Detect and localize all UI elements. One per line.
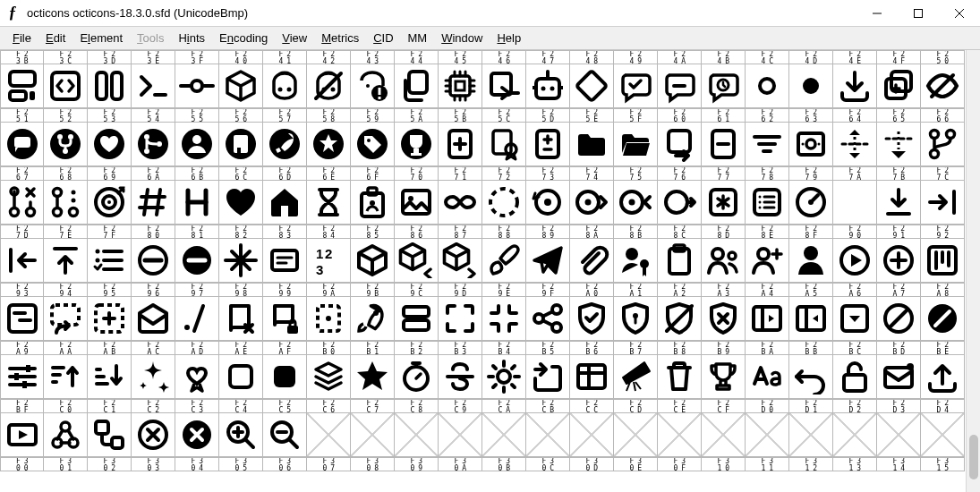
glyph-cell-person-add[interactable] xyxy=(746,239,789,283)
glyph-cell-goal[interactable] xyxy=(88,181,132,225)
menu-file[interactable]: File xyxy=(5,30,38,47)
glyph-cell-passkey-fill[interactable] xyxy=(614,239,658,283)
glyph-cell-rel-file-path[interactable] xyxy=(175,297,219,341)
glyph-cell-empty[interactable] xyxy=(395,413,439,457)
glyph-cell-single-select[interactable] xyxy=(833,297,877,341)
glyph-cell-x-circle[interactable] xyxy=(132,413,175,457)
glyph-cell-no-entry-fill[interactable] xyxy=(175,239,219,283)
glyph-cell-move-to-start[interactable] xyxy=(0,239,44,283)
glyph-cell-discussion-closed[interactable] xyxy=(614,64,658,108)
glyph-cell-code-square[interactable] xyxy=(44,64,88,108)
glyph-cell-trash[interactable] xyxy=(658,355,702,399)
glyph-cell-rocket[interactable] xyxy=(351,297,395,341)
glyph-cell-multi-select[interactable] xyxy=(88,239,132,283)
glyph-cell-command-palette[interactable] xyxy=(132,64,175,108)
glyph-cell-zoom-in[interactable] xyxy=(219,413,263,457)
glyph-cell-issue-reopened[interactable] xyxy=(526,181,570,225)
glyph-cell-codespaces[interactable] xyxy=(0,64,44,108)
glyph-cell-meter[interactable] xyxy=(789,181,833,225)
glyph-cell-empty[interactable] xyxy=(570,413,614,457)
glyph-cell-feed-tag[interactable] xyxy=(351,123,395,166)
glyph-cell-plus-circle[interactable] xyxy=(877,239,921,283)
glyph-cell-project-template[interactable] xyxy=(88,297,132,341)
glyph-cell-sliders[interactable] xyxy=(0,355,44,399)
glyph-cell-shield-check[interactable] xyxy=(570,297,614,341)
menu-window[interactable]: Window xyxy=(434,30,490,47)
glyph-cell-copilot-warning[interactable] xyxy=(351,64,395,108)
glyph-cell-rows[interactable] xyxy=(395,297,439,341)
glyph-cell-people[interactable] xyxy=(702,239,746,283)
glyph-cell-empty[interactable] xyxy=(746,413,789,457)
glyph-cell-sort-asc[interactable] xyxy=(44,355,88,399)
glyph-cell-dependabot[interactable] xyxy=(526,64,570,108)
glyph-cell-x-circle-fill[interactable] xyxy=(175,413,219,457)
glyph-cell-video[interactable] xyxy=(0,413,44,457)
glyph-cell-project-symlink[interactable] xyxy=(44,297,88,341)
glyph-cell-feed-heart[interactable] xyxy=(88,123,132,166)
glyph-cell-note[interactable] xyxy=(263,239,307,283)
glyph-cell-file-directory-fill[interactable] xyxy=(570,123,614,166)
glyph-cell-iterations[interactable] xyxy=(658,181,702,225)
glyph-cell-move-to-bottom[interactable] xyxy=(877,181,921,225)
glyph-cell-sidebar-expand[interactable] xyxy=(789,297,833,341)
glyph-cell-eye-closed[interactable] xyxy=(921,64,965,108)
glyph-cell-play[interactable] xyxy=(833,239,877,283)
glyph-cell-skip[interactable] xyxy=(877,297,921,341)
glyph-cell-empty[interactable] xyxy=(482,413,526,457)
glyph-cell-discussion-outdated[interactable] xyxy=(702,64,746,108)
glyph-cell-feed-repo[interactable] xyxy=(219,123,263,166)
glyph-cell-empty[interactable] xyxy=(789,413,833,457)
vertical-scrollbar[interactable] xyxy=(966,50,980,492)
glyph-cell-empty[interactable] xyxy=(351,413,395,457)
glyph-cell-file-diff[interactable] xyxy=(526,123,570,166)
menu-mm[interactable]: MM xyxy=(401,30,435,47)
glyph-cell-sidebar-collapse[interactable] xyxy=(746,297,789,341)
glyph-cell-discussion-duplicate[interactable] xyxy=(658,64,702,108)
menu-edit[interactable]: Edit xyxy=(38,30,72,47)
glyph-cell-issue-draft[interactable] xyxy=(482,181,526,225)
glyph-cell-stopwatch[interactable] xyxy=(395,355,439,399)
glyph-cell-zoom-out[interactable] xyxy=(263,413,307,457)
glyph-cell-move-to-end[interactable] xyxy=(921,181,965,225)
glyph-cell-share-android[interactable] xyxy=(526,297,570,341)
glyph-cell-empty[interactable] xyxy=(658,413,702,457)
close-button[interactable] xyxy=(939,0,980,27)
glyph-cell-paintbrush[interactable] xyxy=(482,239,526,283)
menu-element[interactable]: Element xyxy=(72,30,130,47)
glyph-cell-file-badge[interactable] xyxy=(482,123,526,166)
glyph-cell-sponsor-tiers[interactable] xyxy=(175,355,219,399)
maximize-button[interactable] xyxy=(898,0,939,27)
glyph-cell-columns[interactable] xyxy=(88,64,132,108)
glyph-cell-git-pull-request-closed[interactable] xyxy=(0,181,44,225)
glyph-cell-repo-template[interactable] xyxy=(307,297,351,341)
glyph-cell-undo[interactable] xyxy=(789,355,833,399)
glyph-cell-duplicate[interactable] xyxy=(877,64,921,108)
glyph-cell-cross-reference[interactable] xyxy=(482,64,526,108)
glyph-cell-square-fill[interactable] xyxy=(263,355,307,399)
glyph-cell-hourglass[interactable] xyxy=(307,181,351,225)
glyph-cell-shield-slash[interactable] xyxy=(658,297,702,341)
glyph-cell-empty[interactable] xyxy=(439,413,482,457)
glyph-cell-key-asterisk[interactable] xyxy=(702,181,746,225)
glyph-cell-project-roadmap[interactable] xyxy=(0,297,44,341)
glyph-cell-north-star[interactable] xyxy=(219,239,263,283)
glyph-cell-copilot-error[interactable] xyxy=(307,64,351,108)
glyph-cell-shield-x[interactable] xyxy=(702,297,746,341)
glyph-cell-image[interactable] xyxy=(395,181,439,225)
glyph-cell-screen-full[interactable] xyxy=(439,297,482,341)
glyph-cell-sparkle-fill[interactable] xyxy=(132,355,175,399)
glyph-cell-paperclip[interactable] xyxy=(570,239,614,283)
glyph-cell-log[interactable] xyxy=(746,181,789,225)
glyph-cell-feed-star[interactable] xyxy=(307,123,351,166)
glyph-cell-paste[interactable] xyxy=(658,239,702,283)
glyph-cell-move-to-top[interactable] xyxy=(44,239,88,283)
glyph-cell-unread[interactable] xyxy=(877,355,921,399)
glyph-cell-download[interactable] xyxy=(833,64,877,108)
glyph-cell-trophy[interactable] xyxy=(702,355,746,399)
glyph-cell-sun[interactable] xyxy=(482,355,526,399)
glyph-cell-file-removed[interactable] xyxy=(702,123,746,166)
glyph-cell-file-moved[interactable] xyxy=(658,123,702,166)
glyph-cell-repo-deleted[interactable] xyxy=(219,297,263,341)
glyph-cell-tab-external[interactable] xyxy=(526,355,570,399)
glyph-cell-container[interactable] xyxy=(219,64,263,108)
